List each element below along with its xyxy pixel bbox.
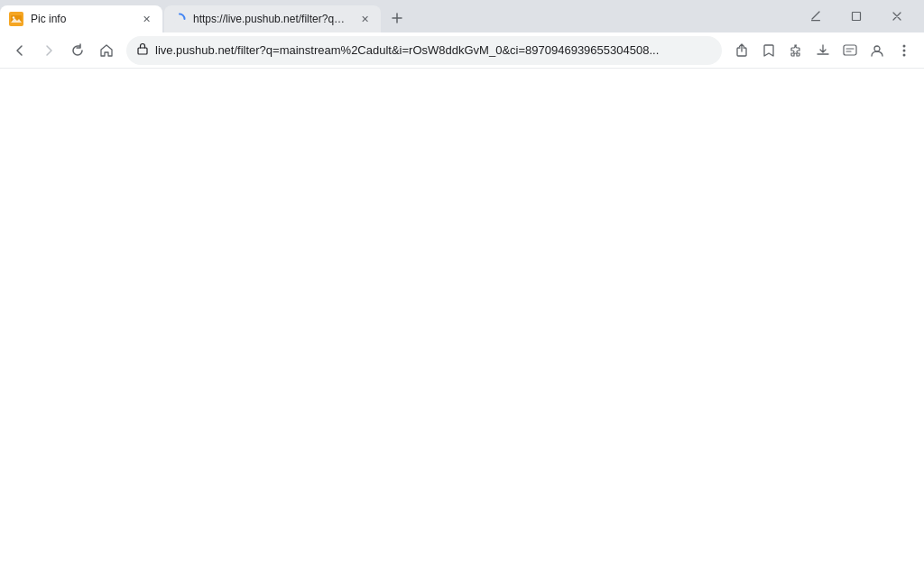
back-button[interactable] [7,38,32,63]
tab-pic-info-close[interactable]: ✕ [139,12,153,26]
extensions-button[interactable] [783,38,808,63]
tab-search-button[interactable] [837,38,863,63]
address-path: /filter?q=mainstream%2Cadult&i=rOsW8ddkG… [234,43,659,57]
bookmark-button[interactable] [756,38,781,63]
svg-point-10 [903,44,906,47]
svg-point-11 [903,49,906,51]
page-content [0,69,924,575]
svg-rect-7 [138,48,147,54]
address-domain: live.pushub.net [155,43,234,57]
home-button[interactable] [94,38,119,63]
close-button[interactable] [876,0,917,32]
title-bar: Pic info ✕ https://live.pushub.net/filte… [0,0,924,32]
address-bar[interactable]: live.pushub.net/filter?q=mainstream%2Cad… [126,36,722,65]
tab-pic-info-label: Pic info [31,13,132,25]
tab-loading-label: https://live.pushub.net/filter?q=m... [193,13,350,25]
nav-bar: live.pushub.net/filter?q=mainstream%2Cad… [0,32,924,69]
tab-loading-close[interactable]: ✕ [357,12,372,26]
forward-button[interactable] [36,38,61,63]
nav-right-buttons [729,38,917,63]
svg-rect-8 [844,45,856,55]
svg-rect-6 [852,13,860,21]
svg-point-3 [13,16,14,18]
tab-loading[interactable]: https://live.pushub.net/filter?q=m... ✕ [164,5,381,32]
svg-rect-5 [811,20,820,21]
profile-button[interactable] [864,38,890,63]
pic-info-favicon [9,12,23,26]
share-button[interactable] [729,38,754,63]
lock-icon [137,42,148,58]
svg-point-12 [903,53,906,56]
minimize-button[interactable] [795,0,836,32]
tab-pic-info[interactable]: Pic info ✕ [0,5,162,32]
loading-spinner [173,13,186,25]
window-controls [788,0,924,32]
address-text: live.pushub.net/filter?q=mainstream%2Cad… [155,43,711,57]
tabs-area: Pic info ✕ https://live.pushub.net/filte… [0,0,788,32]
reload-button[interactable] [65,38,90,63]
svg-point-9 [874,46,880,51]
new-tab-button[interactable] [384,5,410,31]
maximize-button[interactable] [836,0,876,32]
download-button[interactable] [810,38,836,63]
menu-button[interactable] [892,38,917,63]
